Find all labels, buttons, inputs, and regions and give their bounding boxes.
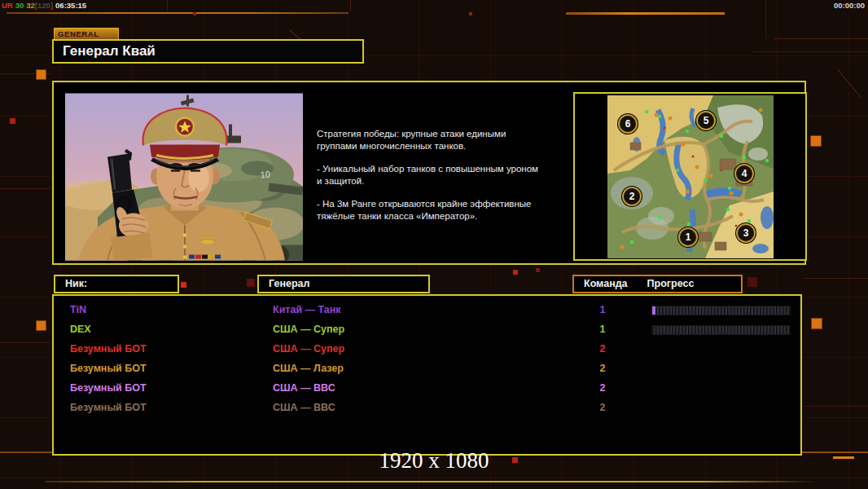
table-row: Безумный БОТ США — ВВС 2 [54, 398, 800, 417]
map-start-position: 6 [618, 114, 638, 134]
page-title: Генерал Квай [52, 39, 364, 64]
column-header-team: Команда [584, 276, 628, 292]
accent-square [36, 69, 46, 80]
table-row: DEX США — Супер 1 [54, 319, 800, 339]
map-start-position: 1 [678, 227, 698, 247]
progress-bar [651, 324, 791, 336]
debug-fps: 30 [15, 1, 24, 10]
player-nick: Безумный БОТ [70, 398, 147, 417]
accent-square [747, 277, 757, 287]
resolution-label: 1920 x 1080 [0, 448, 868, 474]
accent-square [513, 270, 518, 275]
circuit-line [765, 0, 766, 39]
circuit-line [804, 278, 868, 279]
player-nick: DEX [70, 319, 91, 339]
player-nick: TiN [70, 300, 86, 319]
accent-square [536, 268, 540, 272]
general-tab-label: GENERAL [54, 28, 119, 39]
circuit-line [45, 481, 818, 482]
player-nick: Безумный БОТ [70, 339, 147, 359]
player-nick: Безумный БОТ [70, 378, 147, 398]
loading-screen: UR3032[120]06:35:15 00:00:00 GENERAL Ген… [0, 0, 868, 489]
player-general: США — Супер [273, 339, 344, 359]
portrait-illustration: 10 [65, 93, 303, 261]
player-general: США — Лазер [273, 359, 344, 378]
player-team: 2 [593, 359, 612, 378]
strategy-text: Стратегия победы: крупные атаки едиными … [317, 128, 573, 233]
accent-square [469, 12, 472, 15]
column-header-progress: Прогресс [647, 276, 695, 292]
game-clock: 00:00:00 [834, 1, 865, 10]
tank-number: 10 [260, 170, 270, 180]
circuit-line [0, 342, 50, 343]
player-team: 1 [593, 319, 612, 339]
circuit-line [350, 0, 351, 12]
table-row: Безумный БОТ США — Супер 2 [54, 339, 800, 359]
general-portrait: 10 [64, 91, 305, 262]
circuit-line [837, 68, 861, 98]
player-table: TiN Китай — Танк 1 DEX США — Супер 1 Без… [52, 294, 802, 456]
map-start-position: 2 [622, 187, 642, 206]
player-nick: Безумный БОТ [70, 359, 147, 378]
strategy-line: - На 3м Ранге открываются крайне эффекти… [317, 198, 573, 222]
player-general: Китай — Танк [273, 300, 341, 319]
debug-label: UR [2, 1, 13, 10]
progress-bar [651, 305, 791, 316]
map-start-position: 3 [736, 223, 756, 243]
strategy-line: Стратегия победы: крупные атаки едиными … [317, 128, 573, 152]
debug-overlay: UR3032[120]06:35:15 [2, 1, 89, 10]
accent-square [193, 12, 196, 15]
table-row: Безумный БОТ США — ВВС 2 [54, 378, 800, 398]
player-general: США — ВВС [273, 398, 335, 417]
player-team: 2 [593, 339, 612, 359]
circuit-line [774, 38, 868, 39]
player-team: 1 [593, 300, 612, 319]
circuit-line [0, 188, 50, 189]
accent-square [810, 135, 822, 147]
player-general: США — Супер [273, 319, 344, 339]
table-row: TiN Китай — Танк 1 [54, 300, 800, 319]
column-header-nick: Ник: [54, 275, 179, 293]
progress-fill [652, 306, 655, 315]
accent-square [36, 320, 46, 331]
circuit-line [566, 12, 725, 15]
map-preview: 123456 [607, 95, 774, 258]
column-header-general: Генерал [257, 275, 430, 293]
strategy-line: - Уникальный набор танков с повышенным у… [317, 163, 573, 187]
debug-value: 32 [26, 1, 35, 10]
accent-square [181, 282, 186, 288]
column-header-team-progress: Команда Прогресс [572, 275, 743, 293]
accent-square [811, 318, 822, 329]
circuit-line [7, 12, 349, 14]
map-start-position: 5 [696, 111, 716, 130]
map-start-position: 4 [734, 164, 754, 183]
table-row: Безумный БОТ США — Лазер 2 [54, 359, 800, 378]
player-team: 2 [593, 378, 612, 398]
player-general: США — ВВС [273, 378, 335, 398]
debug-time: 06:35:15 [55, 1, 86, 10]
circuit-line [804, 406, 868, 407]
accent-square [10, 118, 15, 124]
circuit-line [167, 0, 168, 13]
map-preview-panel: 123456 [573, 92, 807, 261]
player-team: 2 [593, 398, 612, 417]
accent-square [247, 279, 255, 287]
debug-bracket: [120] [35, 1, 53, 10]
circuit-line [753, 51, 868, 52]
